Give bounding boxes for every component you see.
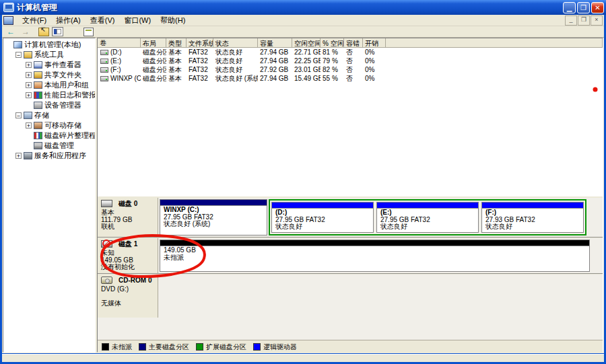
- help-icon[interactable]: [66, 27, 78, 37]
- menu-view[interactable]: 查看(V): [86, 15, 120, 26]
- partition-(E:)[interactable]: (E:)27.95 GB FAT32状态良好: [376, 202, 479, 233]
- forward-icon[interactable]: →: [20, 27, 32, 37]
- column-header-卷[interactable]: 卷: [98, 38, 141, 48]
- volume-cell: 基本: [166, 57, 187, 66]
- disk-card-disk-0[interactable]: 磁盘 0基本111.79 GB联机: [98, 198, 158, 237]
- volume-cell: 否: [344, 48, 363, 57]
- volume-cell: FAT32: [187, 75, 213, 82]
- column-header-文件系统[interactable]: 文件系统: [187, 38, 213, 48]
- volume-cell: 状态良好 (系统): [213, 74, 258, 83]
- disk-card-cdrom-0[interactable]: CD-ROM 0DVD (G:) 无媒体: [98, 275, 158, 318]
- partition-title: (D:): [275, 209, 373, 217]
- child-restore-button[interactable]: ❐: [578, 15, 590, 26]
- disk-name: CD-ROM 0: [119, 277, 152, 284]
- disk-card-line: 没有初始化: [101, 264, 158, 271]
- volume-list: 卷布局类型文件系统状态容量空闲空间% 空闲容错开销 (D:)磁盘分区基本FAT3…: [98, 38, 603, 196]
- partition-WINXP (C:)[interactable]: WINXP (C:)27.95 GB FAT32状态良好 (系统): [160, 199, 267, 235]
- menu-file[interactable]: 文件(F): [18, 15, 51, 26]
- back-icon[interactable]: ←: [5, 27, 17, 37]
- volume-name: WINXP (C:): [110, 75, 141, 82]
- disk-card-disk-1[interactable]: 磁盘 1未知149.05 GB没有初始化: [98, 238, 158, 273]
- volume-cell: FAT32: [187, 57, 213, 65]
- column-header-% 空闲[interactable]: % 空闲: [321, 38, 344, 48]
- tree-item-label: 存储: [34, 110, 49, 120]
- window-title: 计算机管理: [17, 2, 57, 13]
- partition-info: WINXP (C:)27.95 GB FAT32状态良好 (系统): [160, 206, 267, 228]
- volume-cell: 27.94 GB: [258, 75, 292, 82]
- volume-cell: (D:): [98, 48, 141, 56]
- tree-item-device-manager[interactable]: 设备管理器: [3, 100, 95, 110]
- volume-cell: 27.94 GB: [258, 57, 292, 65]
- export-list-icon[interactable]: [83, 28, 94, 36]
- disk-row-cdrom-0: CD-ROM 0DVD (G:) 无媒体: [98, 275, 603, 318]
- expander-icon[interactable]: −: [15, 112, 22, 118]
- show-hide-tree-icon[interactable]: [52, 27, 63, 36]
- tree-item-label: 可移动存储: [44, 120, 81, 131]
- expander-icon[interactable]: +: [26, 62, 32, 68]
- partition-未指派[interactable]: 149.05 GB未指派: [160, 240, 590, 272]
- tree-item-storage[interactable]: −存储: [3, 110, 95, 120]
- tree-item-disk-management[interactable]: 磁盘管理: [3, 141, 95, 151]
- expander-icon[interactable]: +: [26, 82, 32, 88]
- legend-item: 主要磁盘分区: [139, 342, 189, 352]
- menu-window[interactable]: 窗口(W): [119, 15, 156, 26]
- child-minimize-button[interactable]: _: [565, 15, 577, 26]
- volume-row[interactable]: (D:)磁盘分区基本FAT32状态良好27.94 GB22.71 GB81 %否…: [98, 48, 603, 57]
- partition-(F:)[interactable]: (F:)27.93 GB FAT32状态良好: [481, 202, 584, 233]
- disk-card-line: 未知: [101, 250, 158, 257]
- services-icon: [24, 152, 32, 159]
- expander-icon[interactable]: +: [26, 92, 32, 98]
- tree-item-label: 计算机管理(本地): [24, 40, 81, 50]
- tree-item-system-tools[interactable]: −系统工具: [3, 50, 95, 60]
- column-header-状态[interactable]: 状态: [213, 38, 258, 48]
- volume-row[interactable]: WINXP (C:)磁盘分区基本FAT32状态良好 (系统)27.94 GB15…: [98, 74, 603, 83]
- minimize-button[interactable]: ▁: [563, 2, 576, 13]
- partition-color-band: [482, 203, 583, 209]
- expander-icon[interactable]: −: [15, 52, 22, 58]
- tree-item-computer-management[interactable]: 计算机管理(本地): [3, 40, 95, 50]
- menu-action[interactable]: 操作(A): [51, 15, 86, 26]
- removable-storage-icon: [34, 122, 42, 129]
- disk-icon: [101, 200, 112, 207]
- partition-status: 未指派: [164, 254, 589, 262]
- child-close-button[interactable]: ×: [591, 15, 603, 26]
- volume-cell: 27.92 GB: [258, 66, 292, 73]
- volume-row[interactable]: (F:)磁盘分区基本FAT32状态良好27.92 GB23.01 GB82 %否…: [98, 65, 603, 74]
- legend-label: 逻辑驱动器: [263, 342, 297, 352]
- menu-help[interactable]: 帮助(H): [156, 15, 190, 26]
- partition-(D:)[interactable]: (D:)27.95 GB FAT32状态良好: [271, 202, 374, 233]
- tree-item-performance-logs[interactable]: +性能日志和警报: [3, 90, 95, 100]
- tree-item-disk-defragmenter[interactable]: 磁盘碎片整理程序: [3, 131, 95, 141]
- legend-swatch-icon: [102, 343, 109, 351]
- column-header-容量[interactable]: 容量: [258, 38, 292, 48]
- local-users-icon: [34, 81, 42, 89]
- tree-item-shared-folders[interactable]: +共享文件夹: [3, 70, 95, 80]
- close-button[interactable]: ✕: [591, 2, 604, 13]
- legend-bar: 未指派主要磁盘分区扩展磁盘分区逻辑驱动器: [98, 340, 603, 353]
- column-header-容错[interactable]: 容错: [344, 38, 363, 48]
- disk-card-line: 无媒体: [101, 300, 158, 307]
- column-header-类型[interactable]: 类型: [166, 38, 187, 48]
- cdrom-icon: [101, 277, 112, 284]
- tree-item-event-viewer[interactable]: +事件查看器: [3, 60, 95, 70]
- restore-button[interactable]: ❐: [577, 2, 590, 13]
- expander-icon[interactable]: +: [15, 153, 22, 159]
- column-header-空闲空间[interactable]: 空闲空间: [292, 38, 321, 48]
- volume-row[interactable]: (E:)磁盘分区基本FAT32状态良好27.94 GB22.25 GB79 %否…: [98, 57, 603, 65]
- volume-icon: [100, 59, 108, 64]
- column-header-布局[interactable]: 布局: [141, 38, 166, 48]
- disk-card-header: CD-ROM 0: [101, 277, 158, 284]
- volume-cell: 0%: [363, 75, 386, 82]
- up-folder-icon[interactable]: [38, 28, 49, 36]
- title-bar: 计算机管理 ▁ ❐ ✕: [0, 0, 606, 15]
- column-header-开销[interactable]: 开销: [363, 38, 386, 48]
- volume-cell: FAT32: [187, 48, 213, 56]
- tree-item-local-users-groups[interactable]: +本地用户和组: [3, 80, 95, 90]
- tree-item-removable-storage[interactable]: +可移动存储: [3, 120, 95, 131]
- expander-icon[interactable]: +: [26, 72, 32, 78]
- expander-icon[interactable]: +: [26, 122, 32, 129]
- volume-cell: 磁盘分区: [141, 65, 166, 75]
- tree-item-services-apps[interactable]: +服务和应用程序: [3, 151, 95, 161]
- legend-label: 主要磁盘分区: [149, 342, 189, 352]
- volume-cell: 基本: [166, 48, 187, 57]
